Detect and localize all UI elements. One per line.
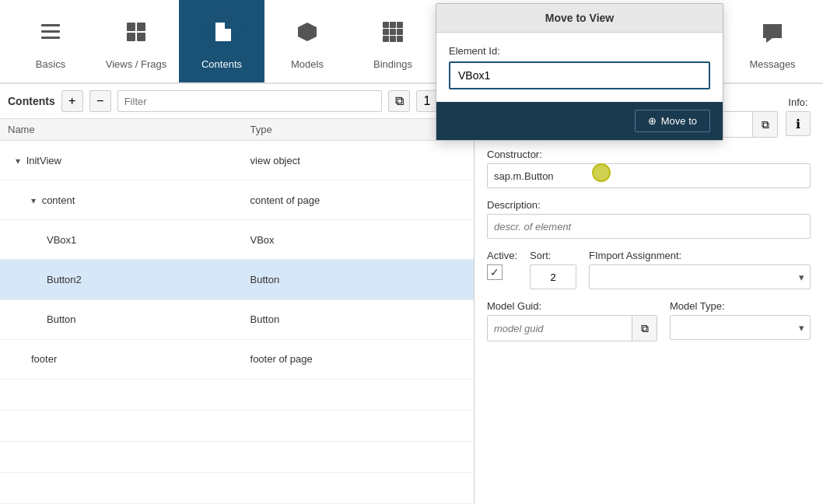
move-to-button[interactable]: ⊕ Move to — [635, 110, 710, 132]
move-to-icon: ⊕ — [648, 115, 657, 127]
element-id-label: Element Id: — [449, 45, 710, 57]
element-id-input[interactable] — [449, 61, 710, 89]
move-to-label: Move to — [661, 115, 697, 127]
modal-footer: ⊕ Move to — [436, 102, 723, 140]
modal-overlay: Move to View Element Id: ⊕ Move to — [0, 0, 823, 504]
modal-header: Move to View — [436, 4, 723, 33]
modal-body: Element Id: — [436, 33, 723, 102]
move-to-view-modal: Move to View Element Id: ⊕ Move to — [436, 3, 723, 141]
